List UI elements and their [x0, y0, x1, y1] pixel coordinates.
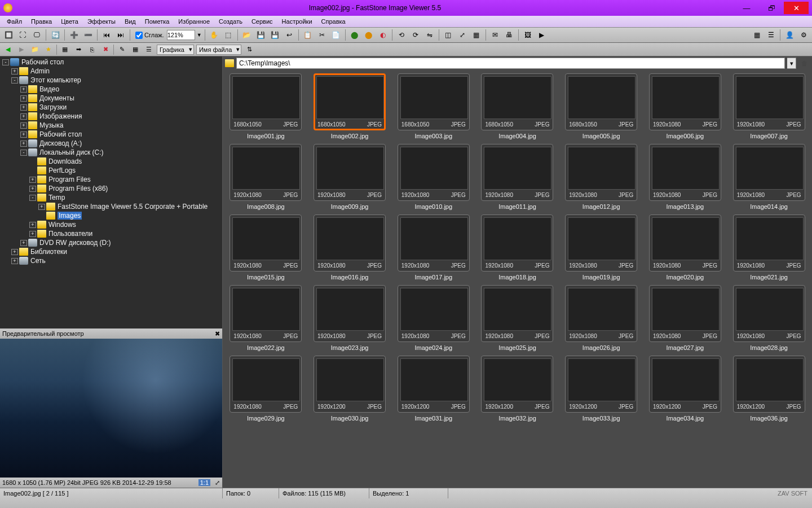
thumbnail[interactable]: 1920x1080JPEGImage015.jpg — [226, 214, 306, 281]
thumbnail[interactable]: 1920x1200JPEGImage036.jpg — [729, 356, 809, 422]
path-dropdown[interactable]: ▾ — [787, 58, 796, 69]
zoom-out-icon[interactable]: ➖ — [82, 29, 94, 41]
thumbnail[interactable]: 1920x1080JPEGImage029.jpg — [226, 356, 306, 422]
thumbnail[interactable]: 1920x1200JPEGImage032.jpg — [478, 356, 557, 422]
preview-pane[interactable] — [0, 339, 222, 478]
refresh-icon[interactable]: 🔄 — [49, 29, 61, 41]
display-icon[interactable]: 🖵 — [30, 29, 43, 41]
menu-item[interactable]: Цвета — [56, 17, 83, 26]
thumbnail[interactable]: 1680x1050JPEGImage001.jpg — [226, 73, 306, 139]
sort-dropdown[interactable]: Имя файла — [196, 45, 241, 55]
thumbnail[interactable]: 1920x1200JPEGImage034.jpg — [646, 356, 725, 422]
view-thumb-icon[interactable]: ▦ — [751, 29, 763, 41]
fav-icon[interactable]: ★ — [43, 44, 54, 55]
thumbnail[interactable]: 1920x1080JPEGImage009.jpg — [310, 144, 390, 210]
thumbnail[interactable]: 1920x1080JPEGImage010.jpg — [394, 144, 473, 210]
prev-icon[interactable]: ⏮ — [100, 29, 113, 41]
tree-item[interactable]: +Музыка — [0, 121, 222, 130]
tool1-icon[interactable]: ⬤ — [348, 29, 361, 41]
thumbnail[interactable]: 1920x1080JPEGImage011.jpg — [478, 144, 557, 210]
tree-item[interactable]: Images — [0, 211, 222, 220]
tree-item[interactable]: +Пользователи — [0, 229, 222, 238]
tree-item[interactable]: Downloads — [0, 157, 222, 166]
flip-h-icon[interactable]: ⇋ — [423, 29, 436, 41]
tree-item[interactable]: +Admin — [0, 67, 222, 76]
tree-item[interactable]: +Рабочий стол — [0, 130, 222, 139]
thumbnail[interactable]: 1920x1080JPEGImage019.jpg — [562, 214, 641, 281]
thumbnail[interactable]: 1920x1080JPEGImage007.jpg — [729, 73, 809, 139]
undo-icon[interactable]: ↩ — [283, 29, 295, 41]
thumbnail[interactable]: 1920x1080JPEGImage025.jpg — [478, 285, 557, 351]
thumbnail[interactable]: 1680x1050JPEGImage003.jpg — [394, 73, 473, 139]
cut-icon[interactable]: ✂ — [316, 29, 328, 41]
thumbnail-grid[interactable]: 1680x1050JPEGImage001.jpg1680x1050JPEGIm… — [223, 70, 812, 488]
wallpaper-icon[interactable]: 🖼 — [522, 29, 534, 41]
resize-icon[interactable]: ⤢ — [456, 29, 469, 41]
tree-item[interactable]: PerfLogs — [0, 166, 222, 175]
copy-icon[interactable]: 📋 — [302, 29, 314, 41]
zoom-region-icon[interactable]: 🔲 — [2, 29, 15, 41]
tree-item[interactable]: +Изображения — [0, 112, 222, 121]
save-icon[interactable]: 💾 — [255, 29, 267, 41]
canvas-icon[interactable]: ▦ — [470, 29, 483, 41]
menu-item[interactable]: Эффекты — [83, 17, 120, 26]
thumbview-icon[interactable]: ▦ — [130, 44, 141, 55]
thumbnail[interactable]: 1920x1080JPEGImage028.jpg — [729, 285, 809, 351]
saveas-icon[interactable]: 💾 — [269, 29, 281, 41]
thumbnail[interactable]: 1920x1080JPEGImage027.jpg — [646, 285, 725, 351]
thumbnail[interactable]: 1680x1050JPEGImage004.jpg — [478, 73, 557, 139]
maximize-button[interactable]: 🗗 — [759, 2, 784, 14]
copy2-icon[interactable]: ⎘ — [86, 44, 98, 55]
thumbnail[interactable]: 1920x1080JPEGImage013.jpg — [646, 144, 725, 210]
zoom-input[interactable] — [167, 30, 195, 40]
thumbnail[interactable]: 1920x1080JPEGImage006.jpg — [646, 73, 725, 139]
thumbnail[interactable]: 1920x1080JPEGImage021.jpg — [729, 214, 809, 281]
path-delete-icon[interactable]: 🗑 — [798, 58, 810, 69]
thumbnail[interactable]: 1920x1080JPEGImage008.jpg — [226, 144, 306, 210]
thumbnail[interactable]: 1920x1080JPEGImage026.jpg — [562, 285, 641, 351]
hand-icon[interactable]: ✋ — [208, 29, 220, 41]
tree-item[interactable]: -Рабочий стол — [0, 58, 222, 67]
move-icon[interactable]: ➡ — [73, 44, 84, 55]
menu-item[interactable]: Настройки — [277, 17, 317, 26]
email-icon[interactable]: ✉ — [489, 29, 501, 41]
thumbnail[interactable]: 1920x1080JPEGImage023.jpg — [310, 285, 390, 351]
tree-item[interactable]: +Program Files — [0, 175, 222, 184]
open-icon[interactable]: 📂 — [241, 29, 253, 41]
thumbnail[interactable]: 1920x1080JPEGImage018.jpg — [478, 214, 557, 281]
menu-item[interactable]: Вид — [120, 17, 140, 26]
listview2-icon[interactable]: ☰ — [143, 44, 155, 55]
thumbnail[interactable]: 1680x1050JPEGImage005.jpg — [562, 73, 641, 139]
tree-item[interactable]: +Библиотеки — [0, 247, 222, 256]
tree-item[interactable]: -Этот компьютер — [0, 76, 222, 85]
delete-icon[interactable]: ✖ — [100, 44, 111, 55]
menu-item[interactable]: Справка — [317, 17, 350, 26]
expand-icon[interactable]: ⤢ — [215, 479, 220, 487]
slideshow-icon[interactable]: ▶ — [536, 29, 548, 41]
thumbnail[interactable]: 1920x1080JPEGImage017.jpg — [394, 214, 473, 281]
sortdir-icon[interactable]: ⇅ — [244, 44, 255, 55]
preview-close-icon[interactable]: ✖ — [215, 330, 220, 338]
rotate-right-icon[interactable]: ⟳ — [409, 29, 422, 41]
menu-item[interactable]: Правка — [27, 17, 56, 26]
thumbnail[interactable]: 1920x1080JPEGImage020.jpg — [646, 214, 725, 281]
print-icon[interactable]: 🖶 — [503, 29, 515, 41]
next-icon[interactable]: ⏭ — [114, 29, 127, 41]
menu-item[interactable]: Файл — [2, 17, 27, 26]
crop-icon[interactable]: ◫ — [442, 29, 454, 41]
minimize-button[interactable]: — — [734, 2, 759, 14]
thumbnail[interactable]: 1920x1200JPEGImage031.jpg — [394, 356, 473, 422]
zoom-in-icon[interactable]: ➕ — [68, 29, 80, 41]
thumbnail[interactable]: 1680x1050JPEGImage002.jpg — [310, 73, 390, 139]
ratio-badge[interactable]: 1:1 — [198, 479, 210, 486]
tree-item[interactable]: +Загрузки — [0, 103, 222, 112]
tool3-icon[interactable]: ◐ — [377, 29, 389, 41]
tree-item[interactable]: +DVD RW дисковод (D:) — [0, 238, 222, 247]
tree-item[interactable]: +Program Files (x86) — [0, 184, 222, 193]
tree-item[interactable]: +Сеть — [0, 256, 222, 265]
settings-icon[interactable]: ⚙ — [797, 29, 810, 41]
thumbnail[interactable]: 1920x1080JPEGImage022.jpg — [226, 285, 306, 351]
close-button[interactable]: ✕ — [784, 2, 809, 14]
fullscreen-icon[interactable]: ⛶ — [16, 29, 29, 41]
thumbnail[interactable]: 1920x1200JPEGImage030.jpg — [310, 356, 390, 422]
